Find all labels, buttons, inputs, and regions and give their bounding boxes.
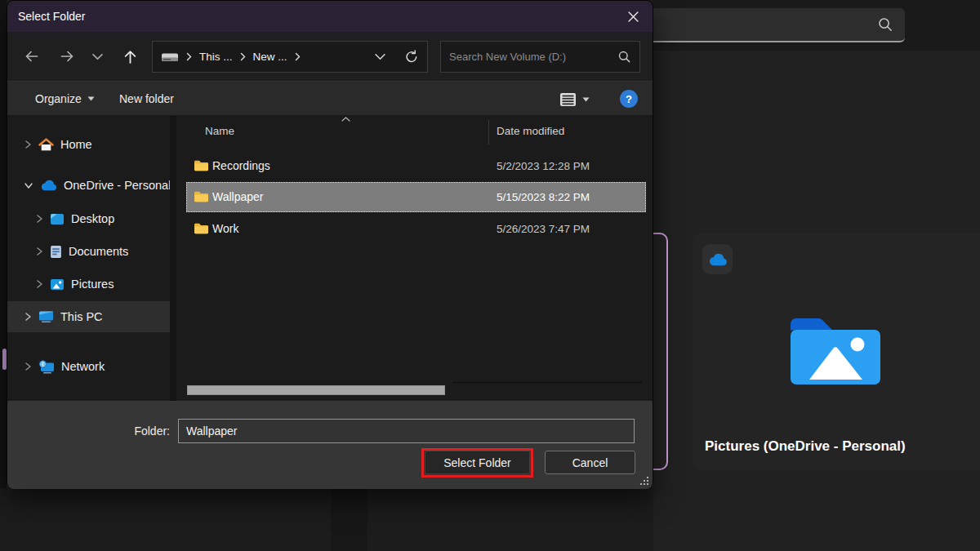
help-button[interactable]: ?	[620, 90, 638, 108]
file-date: 5/2/2023 12:28 PM	[497, 160, 590, 172]
sidebar-label: Pictures	[71, 278, 114, 291]
folder-name-input[interactable]	[178, 419, 635, 443]
pictures-folder-icon	[784, 305, 887, 390]
tile-label: Pictures (OneDrive - Personal)	[705, 438, 906, 455]
folder-field-label: Folder:	[89, 424, 170, 438]
search-icon	[617, 50, 631, 64]
sidebar-item-home[interactable]: Home	[7, 129, 170, 160]
dialog-footer: Folder: Select Folder Cancel	[7, 401, 653, 489]
column-separator[interactable]	[488, 120, 489, 144]
sidebar-label: Home	[60, 138, 92, 151]
back-arrow-icon	[24, 49, 39, 64]
column-header-date-modified[interactable]: Date modified	[497, 125, 564, 137]
resize-grip-icon[interactable]	[639, 475, 650, 487]
organize-button[interactable]: Organize	[35, 82, 95, 115]
cancel-button[interactable]: Cancel	[545, 451, 635, 474]
sidebar-item-this-pc[interactable]: This PC	[7, 301, 170, 332]
pictures-icon	[50, 278, 65, 291]
background-pane-divider	[331, 488, 368, 551]
background-search-bar[interactable]	[627, 8, 905, 42]
file-list: Name Date modified Recordings 5/2/2023 1…	[176, 116, 653, 401]
sidebar-label: This PC	[60, 310, 103, 323]
refresh-icon[interactable]	[404, 50, 419, 64]
back-button[interactable]	[17, 41, 45, 72]
sidebar-item-network[interactable]: Network	[7, 351, 170, 382]
organize-label: Organize	[35, 92, 82, 105]
background-left-strip	[0, 0, 7, 551]
close-button[interactable]	[617, 1, 649, 32]
file-name: Recordings	[212, 159, 270, 172]
sort-ascending-icon	[341, 117, 350, 122]
select-folder-button[interactable]: Select Folder	[425, 451, 530, 474]
breadcrumb-new-volume[interactable]: New ...	[253, 51, 287, 63]
list-bottom-edge	[452, 382, 642, 383]
documents-icon	[50, 245, 62, 259]
desktop-icon	[50, 213, 65, 225]
help-icon: ?	[626, 93, 632, 105]
home-icon	[38, 138, 54, 152]
breadcrumb-separator-icon	[295, 52, 301, 61]
chevron-right-icon	[24, 362, 32, 371]
caret-down-icon	[87, 96, 95, 101]
command-bar: Organize New folder	[7, 81, 653, 116]
pane-divider[interactable]	[170, 116, 176, 401]
search-icon	[877, 16, 893, 33]
navigation-pane: Home OneDrive - Personal	[7, 116, 170, 401]
pictures-icon	[35, 279, 43, 289]
dialog-search-input[interactable]	[449, 51, 617, 63]
forward-arrow-icon	[60, 49, 75, 64]
close-icon	[628, 11, 639, 22]
file-name: Work	[212, 222, 238, 235]
breadcrumb-this-pc[interactable]: This ...	[199, 51, 233, 63]
file-row-recordings[interactable]: Recordings 5/2/2023 12:28 PM	[186, 151, 646, 181]
chevron-right-icon	[35, 247, 43, 256]
dialog-titlebar: Select Folder	[7, 1, 653, 32]
details-view-icon	[559, 92, 577, 107]
file-date: 5/26/2023 7:47 PM	[497, 223, 590, 235]
sidebar-item-pictures[interactable]: Pictures	[7, 269, 170, 300]
address-dropdown-icon[interactable]	[375, 53, 385, 60]
pictures-tile[interactable]: Pictures (OneDrive - Personal)	[693, 233, 980, 470]
up-button[interactable]	[116, 41, 144, 72]
onedrive-icon	[708, 253, 728, 266]
dialog-main-area: Home OneDrive - Personal	[7, 116, 653, 401]
chevron-right-icon	[35, 214, 43, 224]
file-name: Wallpaper	[212, 190, 264, 203]
onedrive-badge	[702, 244, 733, 274]
file-date: 5/15/2023 8:22 PM	[497, 191, 590, 203]
change-view-button[interactable]	[559, 90, 590, 109]
horizontal-scrollbar-thumb[interactable]	[187, 385, 445, 395]
new-folder-label: New folder	[119, 92, 174, 105]
chevron-right-icon	[24, 140, 32, 149]
sidebar-item-desktop[interactable]: Desktop	[7, 203, 170, 234]
onedrive-icon	[40, 180, 57, 191]
dialog-search-box[interactable]	[440, 41, 640, 73]
desktop-screen: Pictures (OneDrive - Personal) Select Fo…	[0, 0, 980, 551]
chevron-down-icon	[24, 181, 33, 189]
select-folder-dialog: Select Folder	[7, 0, 653, 488]
sidebar-item-documents[interactable]: Documents	[7, 236, 170, 267]
up-arrow-icon	[122, 49, 138, 64]
sidebar-label: Documents	[69, 245, 128, 258]
forward-button[interactable]	[53, 41, 81, 72]
file-row-work[interactable]: Work 5/26/2023 7:47 PM	[186, 214, 646, 244]
new-folder-button[interactable]: New folder	[119, 82, 174, 115]
sidebar-item-onedrive[interactable]: OneDrive - Personal	[7, 170, 170, 201]
caret-down-icon	[582, 97, 590, 102]
drive-icon	[161, 51, 179, 63]
recent-locations-button[interactable]	[85, 41, 109, 72]
sidebar-label: Network	[61, 360, 105, 373]
background-bottom-area	[0, 488, 653, 551]
navigation-toolbar: This ... New ...	[7, 32, 653, 81]
folder-icon	[194, 190, 209, 202]
sidebar-label: Desktop	[71, 212, 114, 225]
chevron-right-icon	[24, 312, 32, 322]
this-pc-icon	[38, 310, 54, 323]
folder-icon	[194, 222, 209, 234]
column-header-name[interactable]: Name	[205, 125, 234, 137]
network-icon	[38, 360, 55, 374]
chevron-down-icon	[92, 53, 103, 60]
breadcrumb-separator-icon	[186, 52, 192, 61]
file-row-wallpaper[interactable]: Wallpaper 5/15/2023 8:22 PM	[186, 182, 646, 212]
address-bar[interactable]: This ... New ...	[152, 41, 428, 73]
